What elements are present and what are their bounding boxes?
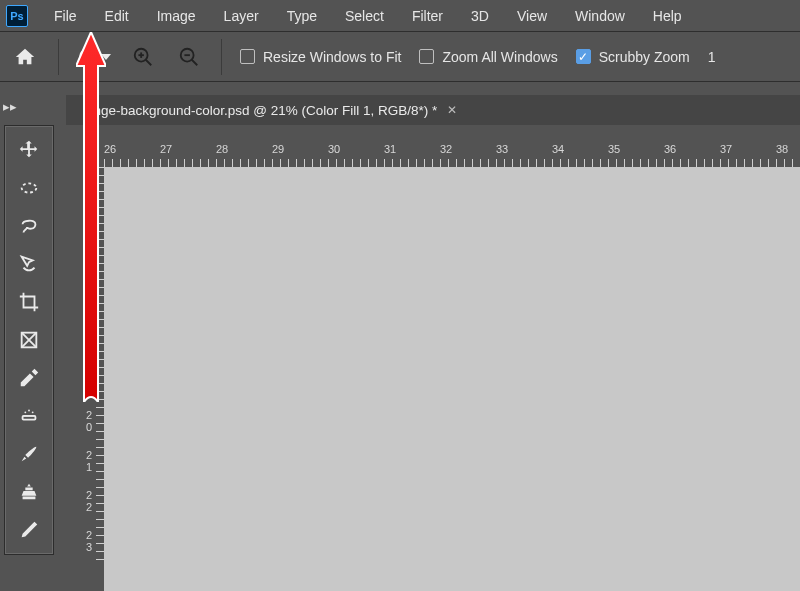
checkbox-label: Zoom All Windows (442, 49, 557, 65)
ruler-tick: 27 (160, 143, 172, 155)
ruler-tick: 2 (86, 409, 92, 421)
ruler-tick: 6 (86, 261, 92, 273)
tools-panel (4, 125, 54, 555)
ruler-vertical[interactable]: 14 15 16 17 18 19 20 21 22 23 (82, 167, 104, 591)
ruler-horizontal[interactable]: 26 27 28 29 30 31 32 33 34 35 36 37 38 (104, 143, 800, 167)
ruler-tick: 9 (86, 381, 92, 393)
svg-point-9 (22, 183, 37, 192)
lasso-tool[interactable] (9, 208, 49, 244)
ruler-tick: 5 (86, 221, 92, 233)
ruler-tick: 1 (86, 369, 92, 381)
ruler-tick: 0 (86, 421, 92, 433)
home-button[interactable] (10, 42, 40, 72)
menu-filter[interactable]: Filter (400, 4, 455, 28)
document-tab-strip: ange-background-color.psd @ 21% (Color F… (66, 95, 800, 125)
checkbox-label: Resize Windows to Fit (263, 49, 401, 65)
svg-line-3 (146, 59, 152, 65)
zoom-in-icon (132, 46, 154, 68)
ruler-tick: 38 (776, 143, 788, 155)
ruler-tick: 3 (86, 541, 92, 553)
eyedropper-tool[interactable] (9, 360, 49, 396)
ruler-tick: 2 (86, 529, 92, 541)
svg-point-0 (80, 50, 90, 60)
menu-3d[interactable]: 3D (459, 4, 501, 28)
ruler-tick: 8 (86, 341, 92, 353)
pen-tool[interactable] (9, 512, 49, 548)
svg-point-17 (32, 411, 34, 413)
panel-expand-handle[interactable]: ▸▸ (0, 97, 20, 115)
chevron-down-icon (101, 54, 111, 60)
ruler-tick: 1 (86, 169, 92, 181)
ruler-tick: 35 (608, 143, 620, 155)
zoom-out-button[interactable] (175, 43, 203, 71)
ruler-tick: 7 (86, 301, 92, 313)
ruler-tick: 29 (272, 143, 284, 155)
canvas[interactable] (104, 167, 800, 591)
resize-windows-checkbox[interactable]: Resize Windows to Fit (240, 49, 401, 65)
menu-image[interactable]: Image (145, 4, 208, 28)
app-logo: Ps (6, 5, 28, 27)
svg-point-15 (24, 411, 26, 413)
quick-select-tool[interactable] (9, 246, 49, 282)
tool-preset-picker[interactable] (77, 47, 111, 67)
brush-tool[interactable] (9, 436, 49, 472)
options-trailing-value: 1 (708, 49, 720, 65)
menu-bar: Ps File Edit Image Layer Type Select Fil… (0, 0, 800, 32)
ruler-tick: 4 (86, 181, 92, 193)
options-bar: Resize Windows to Fit Zoom All Windows S… (0, 32, 800, 82)
scrubby-zoom-checkbox[interactable]: Scrubby Zoom (576, 49, 690, 65)
checkbox-box (576, 49, 591, 64)
document-tab-title: ange-background-color.psd @ 21% (Color F… (86, 103, 437, 118)
ruler-tick: 33 (496, 143, 508, 155)
ruler-tick: 2 (86, 501, 92, 513)
document-tab[interactable]: ange-background-color.psd @ 21% (Color F… (76, 99, 467, 122)
marquee-tool[interactable] (9, 170, 49, 206)
ruler-tick: 34 (552, 143, 564, 155)
move-tool[interactable] (9, 132, 49, 168)
checkbox-label: Scrubby Zoom (599, 49, 690, 65)
magnifier-icon (77, 47, 97, 67)
ruler-tick: 26 (104, 143, 116, 155)
home-icon (14, 46, 36, 68)
menu-layer[interactable]: Layer (212, 4, 271, 28)
ruler-tick: 37 (720, 143, 732, 155)
ruler-tick: 1 (86, 209, 92, 221)
ruler-tick: 31 (384, 143, 396, 155)
checkbox-box (419, 49, 434, 64)
frame-tool[interactable] (9, 322, 49, 358)
zoom-out-icon (178, 46, 200, 68)
zoom-in-button[interactable] (129, 43, 157, 71)
crop-tool[interactable] (9, 284, 49, 320)
ruler-tick: 32 (440, 143, 452, 155)
close-icon[interactable]: ✕ (447, 103, 457, 117)
clone-stamp-tool[interactable] (9, 474, 49, 510)
separator (58, 39, 59, 75)
healing-brush-tool[interactable] (9, 398, 49, 434)
ruler-tick: 28 (216, 143, 228, 155)
svg-line-1 (90, 59, 95, 64)
ruler-tick: 30 (328, 143, 340, 155)
svg-rect-14 (24, 417, 35, 419)
ruler-tick: 1 (86, 329, 92, 341)
menu-view[interactable]: View (505, 4, 559, 28)
menu-window[interactable]: Window (563, 4, 637, 28)
menu-type[interactable]: Type (275, 4, 329, 28)
ruler-tick: 36 (664, 143, 676, 155)
ruler-tick: 1 (86, 249, 92, 261)
checkbox-box (240, 49, 255, 64)
svg-line-7 (192, 59, 198, 65)
zoom-all-windows-checkbox[interactable]: Zoom All Windows (419, 49, 557, 65)
menu-edit[interactable]: Edit (93, 4, 141, 28)
svg-point-16 (28, 410, 30, 412)
menu-select[interactable]: Select (333, 4, 396, 28)
separator (221, 39, 222, 75)
menu-file[interactable]: File (42, 4, 89, 28)
workspace: 26 27 28 29 30 31 32 33 34 35 36 37 38 1… (58, 125, 800, 591)
ruler-tick: 2 (86, 449, 92, 461)
ruler-tick: 2 (86, 489, 92, 501)
ruler-tick: 1 (86, 461, 92, 473)
ruler-tick: 1 (86, 289, 92, 301)
menu-help[interactable]: Help (641, 4, 694, 28)
